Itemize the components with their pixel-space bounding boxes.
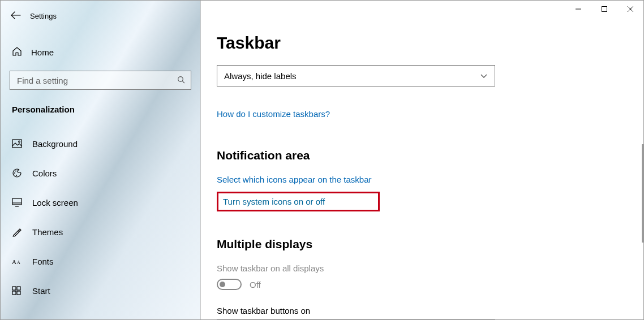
svg-line-1 <box>182 81 184 83</box>
content-pane: Taskbar Always, hide labels How do I cus… <box>201 1 643 319</box>
colors-icon <box>12 168 23 178</box>
lockscreen-icon <box>12 198 23 207</box>
back-icon[interactable] <box>11 11 21 21</box>
section-notification-area: Notification area <box>217 149 643 162</box>
app-title: Settings <box>30 12 57 20</box>
home-label: Home <box>31 47 54 57</box>
sidebar-item-label: Start <box>32 286 50 296</box>
svg-point-0 <box>178 76 183 81</box>
svg-point-5 <box>15 171 16 172</box>
svg-rect-2 <box>12 140 22 148</box>
sidebar: Settings Home Personalization Background <box>1 1 201 319</box>
scrollbar[interactable] <box>642 144 643 243</box>
sidebar-nav: Background Colors Lock screen Themes <box>1 129 200 305</box>
start-icon <box>12 286 23 295</box>
section-multiple-displays: Multiple displays <box>217 237 643 251</box>
page-title: Taskbar <box>217 33 643 53</box>
sidebar-item-lockscreen[interactable]: Lock screen <box>1 188 200 217</box>
toggle-knob <box>220 282 225 287</box>
system-icons-link-highlighted[interactable]: Turn system icons on or off <box>217 192 380 211</box>
combo-value: Always, hide labels <box>224 71 297 81</box>
sidebar-item-start[interactable]: Start <box>1 276 200 305</box>
home-icon <box>12 46 22 58</box>
search-icon <box>177 76 185 85</box>
svg-rect-13 <box>17 287 20 290</box>
background-icon <box>12 139 23 148</box>
search-input[interactable] <box>10 71 191 90</box>
sidebar-item-themes[interactable]: Themes <box>1 217 200 247</box>
svg-point-6 <box>16 175 17 176</box>
system-icons-link-label: Turn system icons on or off <box>223 197 325 206</box>
search-field[interactable] <box>16 75 177 86</box>
show-buttons-on-label: Show taskbar buttons on <box>217 306 643 315</box>
sidebar-item-fonts[interactable]: AA Fonts <box>1 247 200 276</box>
svg-point-4 <box>14 172 15 174</box>
sidebar-item-label: Background <box>32 139 78 149</box>
show-all-displays-toggle[interactable] <box>217 279 242 290</box>
sidebar-item-label: Colors <box>32 168 57 178</box>
select-icons-link[interactable]: Select which icons appear on the taskbar <box>217 175 372 184</box>
sidebar-item-colors[interactable]: Colors <box>1 158 200 188</box>
sidebar-item-label: Fonts <box>32 257 54 266</box>
toggle-state-label: Off <box>250 280 261 289</box>
svg-rect-7 <box>12 198 22 205</box>
chevron-down-icon <box>480 71 488 81</box>
svg-point-3 <box>19 141 20 142</box>
fonts-icon: AA <box>12 257 23 266</box>
svg-rect-12 <box>12 287 16 290</box>
svg-text:A: A <box>12 258 16 265</box>
sidebar-item-background[interactable]: Background <box>1 129 200 158</box>
sidebar-item-label: Lock screen <box>32 198 78 207</box>
combo-divider <box>217 319 495 319</box>
svg-rect-14 <box>12 291 16 295</box>
help-link[interactable]: How do I customize taskbars? <box>217 109 330 119</box>
sidebar-section-label: Personalization <box>12 105 200 114</box>
sidebar-item-home[interactable]: Home <box>1 44 200 60</box>
svg-text:A: A <box>17 260 20 265</box>
show-all-displays-label: Show taskbar on all displays <box>217 263 643 273</box>
svg-rect-15 <box>17 291 20 295</box>
sidebar-item-label: Themes <box>32 227 63 237</box>
themes-icon <box>12 227 23 237</box>
taskbar-labels-combo[interactable]: Always, hide labels <box>217 65 495 87</box>
